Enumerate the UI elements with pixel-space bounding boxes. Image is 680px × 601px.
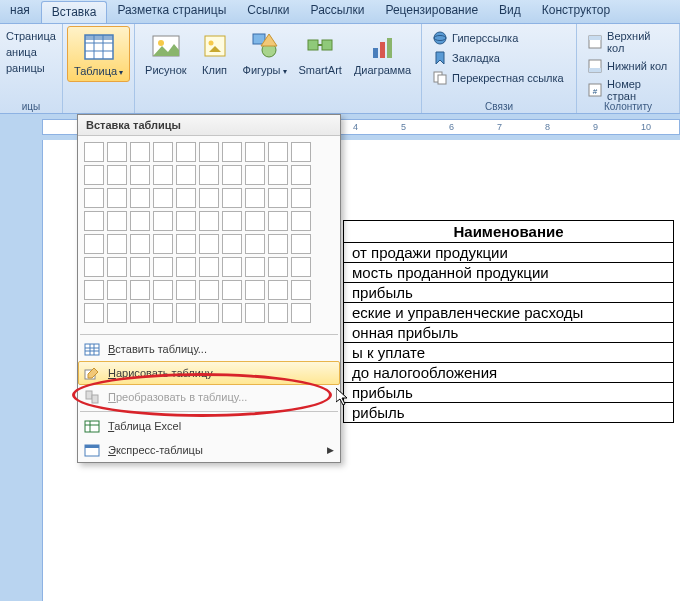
grid-cell[interactable]: [268, 211, 288, 231]
pagenum-button[interactable]: # Номер стран: [587, 76, 669, 104]
tab-mailings[interactable]: Рассылки: [301, 0, 376, 23]
grid-cell[interactable]: [176, 165, 196, 185]
grid-cell[interactable]: [199, 142, 219, 162]
crossref-button[interactable]: Перекрестная ссылка: [432, 68, 566, 88]
grid-cell[interactable]: [84, 165, 104, 185]
grid-cell[interactable]: [222, 142, 242, 162]
grid-cell[interactable]: [107, 303, 127, 323]
grid-cell[interactable]: [130, 188, 150, 208]
grid-cell[interactable]: [153, 165, 173, 185]
grid-cell[interactable]: [245, 211, 265, 231]
grid-cell[interactable]: [268, 165, 288, 185]
grid-cell[interactable]: [130, 234, 150, 254]
table-cell[interactable]: от продажи продукции: [344, 243, 674, 263]
header-button[interactable]: Верхний кол: [587, 28, 669, 56]
grid-cell[interactable]: [153, 303, 173, 323]
grid-cell[interactable]: [107, 211, 127, 231]
grid-cell[interactable]: [153, 188, 173, 208]
grid-cell[interactable]: [222, 280, 242, 300]
excel-table-item[interactable]: Таблица Excel: [78, 414, 340, 438]
tab-insert[interactable]: Вставка: [41, 1, 108, 23]
grid-cell[interactable]: [268, 303, 288, 323]
grid-cell[interactable]: [84, 303, 104, 323]
clip-button[interactable]: Клип: [193, 26, 237, 80]
grid-cell[interactable]: [291, 142, 311, 162]
grid-cell[interactable]: [153, 142, 173, 162]
grid-cell[interactable]: [222, 303, 242, 323]
chart-button[interactable]: Диаграмма: [348, 26, 417, 80]
table-cell[interactable]: еские и управленческие расходы: [344, 303, 674, 323]
grid-cell[interactable]: [176, 211, 196, 231]
grid-cell[interactable]: [245, 280, 265, 300]
grid-cell[interactable]: [199, 303, 219, 323]
tab-review[interactable]: Рецензирование: [375, 0, 489, 23]
grid-cell[interactable]: [268, 234, 288, 254]
grid-cell[interactable]: [107, 188, 127, 208]
grid-cell[interactable]: [153, 211, 173, 231]
grid-cell[interactable]: [176, 234, 196, 254]
grid-cell[interactable]: [176, 280, 196, 300]
grid-cell[interactable]: [245, 303, 265, 323]
grid-cell[interactable]: [176, 188, 196, 208]
grid-cell[interactable]: [245, 165, 265, 185]
grid-cell[interactable]: [268, 280, 288, 300]
grid-cell[interactable]: [199, 234, 219, 254]
grid-cell[interactable]: [84, 142, 104, 162]
table-cell[interactable]: прибыль: [344, 383, 674, 403]
grid-cell[interactable]: [176, 142, 196, 162]
grid-cell[interactable]: [130, 211, 150, 231]
blank-page[interactable]: аница: [6, 44, 56, 60]
grid-cell[interactable]: [84, 188, 104, 208]
grid-cell[interactable]: [130, 280, 150, 300]
grid-cell[interactable]: [291, 280, 311, 300]
picture-button[interactable]: Рисунок: [139, 26, 193, 80]
grid-cell[interactable]: [107, 234, 127, 254]
document-table[interactable]: Наименование от продажи продукциимость п…: [343, 220, 674, 423]
grid-cell[interactable]: [268, 142, 288, 162]
table-cell[interactable]: рибыль: [344, 403, 674, 423]
tab-page-layout[interactable]: Разметка страницы: [107, 0, 237, 23]
grid-cell[interactable]: [84, 211, 104, 231]
vertical-ruler[interactable]: [0, 140, 42, 601]
hyperlink-button[interactable]: Гиперссылка: [432, 28, 566, 48]
grid-cell[interactable]: [199, 257, 219, 277]
grid-cell[interactable]: [107, 257, 127, 277]
tab-home[interactable]: ная: [0, 0, 41, 23]
page-break[interactable]: раницы: [6, 60, 56, 76]
insert-table-item[interactable]: Вставить таблицу...: [78, 337, 340, 361]
grid-cell[interactable]: [176, 257, 196, 277]
table-cell[interactable]: онная прибыль: [344, 323, 674, 343]
grid-cell[interactable]: [199, 165, 219, 185]
grid-cell[interactable]: [130, 257, 150, 277]
grid-cell[interactable]: [291, 257, 311, 277]
tab-design[interactable]: Конструктор: [532, 0, 621, 23]
grid-cell[interactable]: [222, 257, 242, 277]
table-cell[interactable]: прибыль: [344, 283, 674, 303]
grid-cell[interactable]: [222, 165, 242, 185]
table-button[interactable]: Таблица: [67, 26, 130, 82]
grid-cell[interactable]: [291, 303, 311, 323]
express-tables-item[interactable]: Экспресс-таблицы ▶: [78, 438, 340, 462]
grid-cell[interactable]: [268, 188, 288, 208]
table-cell[interactable]: ы к уплате: [344, 343, 674, 363]
bookmark-button[interactable]: Закладка: [432, 48, 566, 68]
grid-cell[interactable]: [153, 234, 173, 254]
grid-cell[interactable]: [245, 234, 265, 254]
smartart-button[interactable]: SmartArt: [293, 26, 348, 80]
table-grid-picker[interactable]: [78, 136, 340, 332]
grid-cell[interactable]: [291, 234, 311, 254]
grid-cell[interactable]: [291, 165, 311, 185]
grid-cell[interactable]: [84, 257, 104, 277]
tab-references[interactable]: Ссылки: [237, 0, 300, 23]
grid-cell[interactable]: [199, 188, 219, 208]
grid-cell[interactable]: [176, 303, 196, 323]
table-cell[interactable]: до налогообложения: [344, 363, 674, 383]
footer-button[interactable]: Нижний кол: [587, 56, 669, 76]
grid-cell[interactable]: [222, 188, 242, 208]
table-header[interactable]: Наименование: [344, 221, 674, 243]
grid-cell[interactable]: [291, 188, 311, 208]
grid-cell[interactable]: [245, 142, 265, 162]
grid-cell[interactable]: [222, 234, 242, 254]
grid-cell[interactable]: [107, 142, 127, 162]
shapes-button[interactable]: Фигуры: [237, 26, 293, 80]
